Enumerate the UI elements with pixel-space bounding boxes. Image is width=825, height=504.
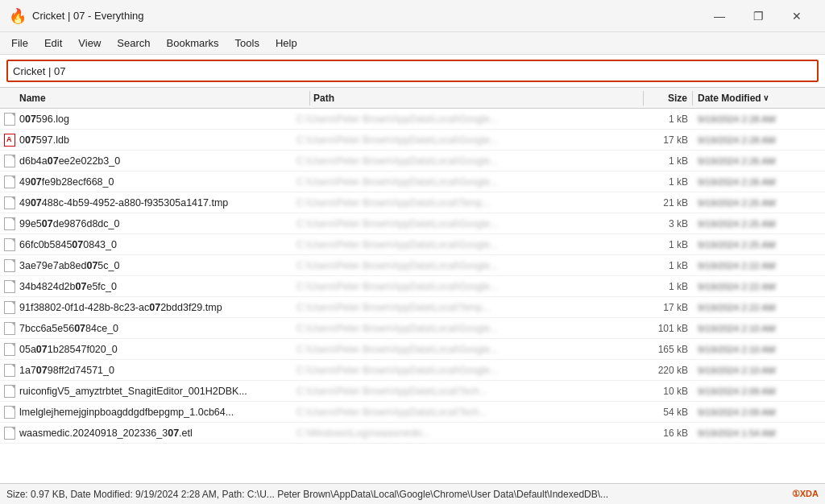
table-row[interactable]: 007597.ldbC:\Users\Peter Brown\AppData\L… [0,130,825,151]
file-icon [3,113,16,126]
file-icon [3,406,16,419]
menu-item-tools[interactable]: Tools [227,34,267,52]
file-size: 1 kB [645,239,693,250]
file-name: 66fc0b5845070843_0 [19,239,293,250]
file-date: 9/19/2024 2:10 AM [693,324,822,333]
col-date-header[interactable]: Date Modified ∨ [693,93,822,104]
table-row[interactable]: 34b4824d2b07e5fc_0C:\Users\Peter Brown\A… [0,276,825,297]
file-path: C:\Users\Peter Brown\AppData\Local\Googl… [293,239,645,250]
menu-item-file[interactable]: File [3,34,36,52]
file-path: C:\Users\Peter Brown\AppData\Local\Googl… [293,155,645,167]
file-size: 16 kB [645,428,693,439]
title-bar: 🔥 Cricket | 07 - Everything — ❐ ✕ [0,0,825,32]
minimize-button[interactable]: — [701,4,738,28]
file-icon [3,238,16,251]
file-name: lmelglejhemejginpboagddgdfbepgmp_1.0cb64… [19,407,293,418]
status-bar: Size: 0.97 KB, Date Modified: 9/19/2024 … [0,483,825,504]
file-icon [3,134,16,147]
file-name: 99e507de9876d8dc_0 [19,218,293,229]
column-header: Name Path Size Date Modified ∨ [0,88,825,109]
maximize-button[interactable]: ❐ [740,4,777,28]
table-row[interactable]: 007596.logC:\Users\Peter Brown\AppData\L… [0,109,825,130]
window-title: Cricket | 07 - Everything [32,10,701,22]
table-row[interactable]: 7bcc6a5e560784ce_0C:\Users\Peter Brown\A… [0,318,825,339]
file-size: 1 kB [645,281,693,292]
file-date: 9/19/2024 2:25 AM [693,198,822,208]
sort-arrow-icon: ∨ [763,93,769,102]
file-path: C:\Users\Peter Brown\AppData\Local\Googl… [293,176,645,188]
file-path: C:\Users\Peter Brown\AppData\Local\Googl… [293,134,645,146]
file-date: 9/19/2024 2:26 AM [693,156,822,166]
file-icon [3,427,16,440]
table-row[interactable]: ruiconfigV5_amyztrbtet_SnagitEditor_001H… [0,381,825,402]
table-row[interactable]: 66fc0b5845070843_0C:\Users\Peter Brown\A… [0,234,825,255]
table-row[interactable]: d6b4a07ee2e022b3_0C:\Users\Peter Brown\A… [0,151,825,171]
menu-item-view[interactable]: View [70,34,109,52]
file-name: 4907fe9b28ecf668_0 [19,176,293,188]
file-size: 3 kB [645,218,693,229]
file-name: d6b4a07ee2e022b3_0 [19,155,293,167]
file-path: C:\Users\Peter Brown\AppData\Local\Googl… [293,114,645,125]
menu-item-edit[interactable]: Edit [36,34,70,52]
file-date: 9/19/2024 2:28 AM [693,135,822,145]
table-row[interactable]: 99e507de9876d8dc_0C:\Users\Peter Brown\A… [0,213,825,234]
table-row[interactable]: 1a70798ff2d74571_0C:\Users\Peter Brown\A… [0,360,825,381]
menu-item-search[interactable]: Search [109,34,158,52]
file-icon [3,322,16,335]
file-path: C:\Users\Peter Brown\AppData\Local\Googl… [293,344,645,355]
close-button[interactable]: ✕ [778,4,815,28]
file-icon [3,343,16,356]
file-icon [3,259,16,272]
file-icon [3,364,16,377]
file-icon [3,280,16,293]
file-date: 9/19/2024 2:09 AM [693,407,822,417]
table-row[interactable]: 4907488c-4b59-4952-a880-f935305a1417.tmp… [0,192,825,213]
file-size: 17 kB [645,302,693,313]
menu-item-help[interactable]: Help [267,34,305,52]
file-date: 9/19/2024 2:10 AM [693,366,822,375]
file-list[interactable]: 007596.logC:\Users\Peter Brown\AppData\L… [0,109,825,483]
file-path: C:\Users\Peter Brown\AppData\Local\Googl… [293,260,645,271]
file-icon [3,217,16,230]
table-row[interactable]: 3ae79e7ab8ed075c_0C:\Users\Peter Brown\A… [0,255,825,276]
file-date: 9/19/2024 2:25 AM [693,240,822,250]
file-path: C:\Users\Peter Brown\AppData\Local\Tech.… [293,386,645,397]
file-date: 9/19/2024 2:22 AM [693,261,822,271]
file-size: 1 kB [645,176,693,188]
file-name: 05a071b28547f020_0 [19,344,293,355]
file-size: 101 kB [645,323,693,334]
file-name: 3ae79e7ab8ed075c_0 [19,260,293,271]
file-size: 1 kB [645,155,693,167]
status-text: Size: 0.97 KB, Date Modified: 9/19/2024 … [6,489,786,500]
file-date: 9/19/2024 2:09 AM [693,386,822,396]
file-size: 220 kB [645,365,693,376]
file-size: 1 kB [645,260,693,271]
file-name: ruiconfigV5_amyztrbtet_SnagitEditor_001H… [19,386,293,397]
file-date: 9/19/2024 2:25 AM [693,219,822,229]
file-size: 21 kB [645,197,693,209]
table-row[interactable]: 4907fe9b28ecf668_0C:\Users\Peter Brown\A… [0,171,825,192]
search-input[interactable] [6,60,819,82]
col-name-header[interactable]: Name [3,93,309,104]
file-date: 9/19/2024 2:22 AM [693,303,822,312]
xda-logo: ①XDA [792,489,819,499]
file-path: C:\Users\Peter Brown\AppData\Local\Temp.… [293,302,645,313]
app-icon: 🔥 [10,8,26,24]
table-row[interactable]: lmelglejhemejginpboagddgdfbepgmp_1.0cb64… [0,402,825,423]
menu-item-bookmarks[interactable]: Bookmarks [159,34,227,52]
file-icon [3,301,16,314]
file-path: C:\Users\Peter Brown\AppData\Local\Googl… [293,218,645,229]
file-icon [3,176,16,188]
col-path-header[interactable]: Path [310,93,643,104]
file-date: 9/19/2024 2:22 AM [693,282,822,291]
table-row[interactable]: 91f38802-0f1d-428b-8c23-ac072bdd3f29.tmp… [0,297,825,318]
table-row[interactable]: 05a071b28547f020_0C:\Users\Peter Brown\A… [0,339,825,360]
search-bar [0,55,825,88]
file-icon [3,196,16,209]
file-path: C:\Users\Peter Brown\AppData\Local\Googl… [293,323,645,334]
table-row[interactable]: waasmedic.20240918_202336_307.etlC:\Wind… [0,423,825,444]
file-date: 9/19/2024 2:26 AM [693,177,822,187]
file-size: 10 kB [645,386,693,397]
file-size: 17 kB [645,134,693,146]
col-size-header[interactable]: Size [644,93,692,104]
